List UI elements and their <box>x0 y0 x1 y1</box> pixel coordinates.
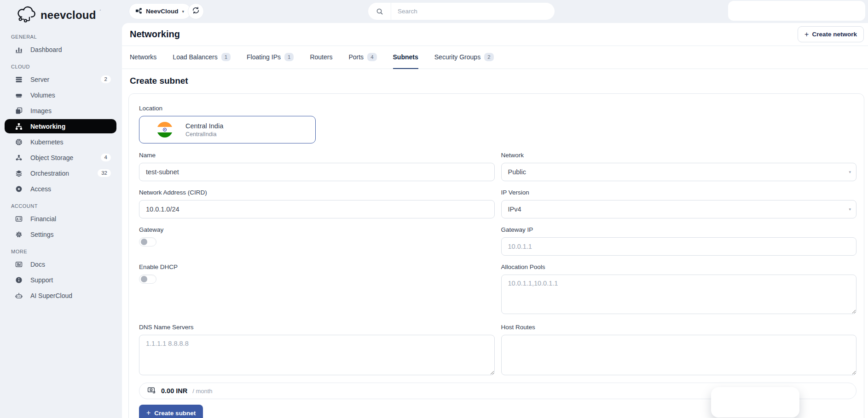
network-nodes-icon <box>15 122 23 130</box>
sidebar-nav: GENERAL Dashboard CLOUD Server 2 Volumes <box>0 34 122 303</box>
gateway-ip-input[interactable] <box>501 237 857 256</box>
region-name: Central India <box>185 122 223 130</box>
kubernetes-helm-icon <box>15 138 23 146</box>
subnet-name-input[interactable] <box>139 163 495 181</box>
tab-floating-ips[interactable]: Floating IPs1 <box>247 46 294 69</box>
enable-dhcp-toggle[interactable] <box>139 275 156 284</box>
sidebar-section-more: MORE <box>11 249 116 254</box>
allocation-pools-field-group: Allocation Pools <box>501 263 857 316</box>
images-icon <box>15 107 23 115</box>
gateway-ip-label: Gateway IP <box>501 226 857 233</box>
host-routes-field-group: Host Routes <box>501 324 857 377</box>
allocation-pools-textarea[interactable] <box>501 275 857 314</box>
sidebar-item-server[interactable]: Server 2 <box>5 72 116 86</box>
select-caret-icon: ▾ <box>849 170 851 174</box>
object-storage-count-badge: 4 <box>101 154 111 162</box>
object-storage-icon <box>15 154 23 161</box>
sidebar-item-settings[interactable]: Settings <box>5 227 116 241</box>
network-selected-value: Public <box>508 168 527 176</box>
sidebar-item-financial[interactable]: Financial <box>5 212 116 226</box>
sidebar-item-support[interactable]: Support <box>5 273 116 287</box>
dns-name-servers-textarea[interactable] <box>139 335 495 375</box>
brand-logo: neevcloud´ <box>0 0 122 26</box>
sidebar-item-docs[interactable]: Docs <box>5 257 116 271</box>
network-address-input[interactable] <box>139 200 495 218</box>
sidebar-item-orchestration[interactable]: Orchestration 32 <box>5 166 116 180</box>
network-select[interactable]: Public ▾ <box>501 163 857 181</box>
ip-version-field-group: IP Version IPv4 ▾ <box>501 189 857 218</box>
bar-chart-icon <box>15 46 23 53</box>
sidebar-item-kubernetes[interactable]: Kubernetes <box>5 135 116 149</box>
sidebar-item-label: Financial <box>30 215 56 223</box>
india-flag-icon <box>157 122 173 137</box>
allocation-pools-label: Allocation Pools <box>501 263 857 270</box>
tab-label: Load Balancers <box>173 53 217 61</box>
price-amount: 0.00 INR <box>161 387 187 395</box>
sidebar-item-label: Volumes <box>30 92 55 99</box>
sidebar-item-access[interactable]: Access <box>5 182 116 196</box>
ip-version-label: IP Version <box>501 189 857 196</box>
name-field-group: Name <box>139 152 495 181</box>
server-icon <box>15 75 23 83</box>
sidebar-item-networking[interactable]: Networking <box>5 119 116 133</box>
networking-tabs: Networks Load Balancers1 Floating IPs1 R… <box>122 46 868 69</box>
sidebar-item-images[interactable]: Images <box>5 103 116 118</box>
gateway-field-group: Gateway <box>139 226 495 256</box>
id-card-icon <box>15 215 23 223</box>
enable-dhcp-label: Enable DHCP <box>139 263 495 270</box>
tab-badge: 1 <box>221 53 231 61</box>
robot-icon <box>15 292 23 299</box>
tab-networks[interactable]: Networks <box>130 46 156 69</box>
server-count-badge: 2 <box>101 75 111 84</box>
create-subnet-button[interactable]: + Create subnet <box>139 405 203 418</box>
sidebar-item-label: Dashboard <box>30 46 62 53</box>
sidebar-item-label: Images <box>30 107 52 115</box>
page-title: Networking <box>130 29 180 40</box>
user-menu-area[interactable] <box>728 1 865 21</box>
cidr-field-group: Network Address (CIRD) <box>139 189 495 218</box>
tab-badge: 4 <box>367 53 376 61</box>
plus-icon: + <box>804 31 809 38</box>
gateway-toggle[interactable] <box>139 237 156 246</box>
main-panel: Networking + Create network Networks Loa… <box>122 23 868 418</box>
access-dot-icon <box>15 185 23 193</box>
sidebar-item-dashboard[interactable]: Dashboard <box>5 42 116 57</box>
tab-load-balancers[interactable]: Load Balancers1 <box>173 46 231 69</box>
host-routes-label: Host Routes <box>501 324 857 331</box>
tab-ports[interactable]: Ports4 <box>348 46 376 69</box>
org-switcher-button[interactable]: NeevCloud ▾ <box>129 3 191 19</box>
sidebar-item-volumes[interactable]: Volumes <box>5 88 116 102</box>
hard-drive-icon <box>15 91 23 99</box>
refresh-button[interactable] <box>188 3 204 19</box>
layers-icon <box>15 169 23 177</box>
network-label: Network <box>501 152 857 159</box>
tab-security-groups[interactable]: Security Groups2 <box>434 46 494 69</box>
sidebar-item-label: Settings <box>30 231 54 238</box>
create-network-button[interactable]: + Create network <box>798 26 864 42</box>
topbar: NeevCloud ▾ <box>122 0 868 23</box>
tab-label: Ports <box>348 53 364 61</box>
sidebar-item-object-storage[interactable]: Object Storage 4 <box>5 150 116 165</box>
tab-subnets[interactable]: Subnets <box>393 46 418 69</box>
location-region-card[interactable]: Central India CentralIndia <box>139 116 316 143</box>
create-subnet-label: Create subnet <box>154 410 196 417</box>
toggle-knob <box>141 276 147 282</box>
tab-label: Security Groups <box>434 53 480 61</box>
sidebar-item-ai-supercloud[interactable]: AI SuperCloud <box>5 288 116 303</box>
plus-icon: + <box>146 409 150 417</box>
host-routes-textarea[interactable] <box>501 335 857 375</box>
ip-version-select[interactable]: IPv4 ▾ <box>501 200 857 218</box>
sidebar-section-general: GENERAL <box>11 34 116 40</box>
tab-label: Subnets <box>393 53 418 61</box>
chat-widget[interactable] <box>711 387 799 418</box>
org-switcher-label: NeevCloud <box>146 8 179 15</box>
toggle-knob <box>141 239 147 245</box>
select-caret-icon: ▾ <box>849 207 851 212</box>
tab-badge: 2 <box>484 53 493 61</box>
tab-routers[interactable]: Routers <box>310 46 332 69</box>
sidebar: neevcloud´ GENERAL Dashboard CLOUD Serve… <box>0 0 122 418</box>
gateway-ip-field-group: Gateway IP <box>501 226 857 256</box>
info-circle-icon <box>15 276 23 284</box>
search-input[interactable] <box>391 3 555 20</box>
sidebar-item-label: Docs <box>30 261 45 268</box>
